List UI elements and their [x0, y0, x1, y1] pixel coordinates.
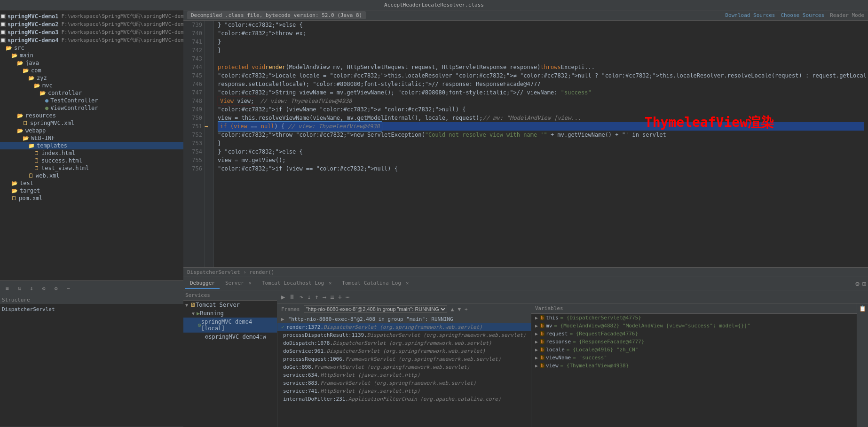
- structure-icon[interactable]: ≡: [2, 283, 12, 294]
- resume-icon[interactable]: ▶: [281, 293, 285, 301]
- line-number: 747: [185, 88, 202, 97]
- tab-close-server[interactable]: ✕: [246, 280, 252, 286]
- settings-gear-icon[interactable]: ⚙: [855, 280, 859, 287]
- frame-item-4[interactable]: processRequest:1006, FrameworkServlet (o…: [277, 355, 531, 363]
- tree-item-TestController[interactable]: ●TestController: [0, 97, 183, 104]
- var-expand-icon[interactable]: ▶: [535, 363, 538, 368]
- step-over-icon[interactable]: ↷: [299, 293, 303, 301]
- frame-nav-down[interactable]: ▼: [458, 306, 461, 312]
- tree-item-index.html[interactable]: 🗒index.html: [0, 149, 183, 157]
- var-value-text: = {ThymeleafView@4938}: [560, 363, 629, 369]
- code-editor: 7397407417427437447457467477487497507517…: [183, 21, 868, 267]
- layout-icon[interactable]: ⊞: [862, 280, 866, 287]
- tab-close-tomcat-catalina-log[interactable]: ✕: [403, 280, 409, 286]
- structure-item[interactable]: DispatcherServlet: [2, 306, 181, 313]
- frame-item-5[interactable]: doGet:898, FrameworkServlet (org.springf…: [277, 363, 531, 371]
- tree-item-test[interactable]: 📂test: [0, 179, 183, 187]
- var-type-icon: b: [540, 347, 544, 352]
- frame-item-3[interactable]: doService:961, DispatcherServlet (org.sp…: [277, 347, 531, 355]
- frame-item-6[interactable]: service:634, HttpServlet (javax.servlet.…: [277, 371, 531, 379]
- service-item-TomcatServer[interactable]: ▼🖥 Tomcat Server: [183, 301, 277, 309]
- var-item-6[interactable]: ▶ bview = {ThymeleafView@4938}: [531, 362, 857, 370]
- var-expand-icon[interactable]: ▶: [535, 347, 538, 352]
- tree-item-controller[interactable]: 📂controller: [0, 89, 183, 97]
- frame-item-7[interactable]: service:883, FrameworkServlet (org.sprin…: [277, 379, 531, 387]
- bottom-content: Services ▼🖥 Tomcat Server▼▶ Running⚙ spr…: [183, 290, 868, 427]
- tree-item-com[interactable]: 📂com: [0, 67, 183, 74]
- tree-item-web.xml[interactable]: 🗒web.xml: [0, 172, 183, 179]
- tree-item-springMVC-demo2[interactable]: 🔲springMVC-demo2F:\workspace\SpringMVC代码…: [0, 20, 183, 28]
- frame-add-icon[interactable]: +: [465, 306, 468, 312]
- sort-alpha-icon[interactable]: ⇅: [14, 283, 24, 294]
- frame-class-text: DispatcherServlet (org.springframework.w…: [333, 340, 492, 346]
- tab-tomcat-localhost-log[interactable]: Tomcat Localhost Log ✕: [257, 278, 337, 289]
- step-out-icon[interactable]: ↑: [315, 293, 318, 301]
- download-sources-link[interactable]: Download Sources: [725, 12, 775, 18]
- frame-nav-up[interactable]: ▲: [451, 306, 454, 312]
- sort-type-icon[interactable]: ↕: [26, 283, 37, 294]
- more-icon[interactable]: ⋯: [346, 293, 349, 301]
- tree-item-pom.xml[interactable]: 🗒pom.xml: [0, 194, 183, 202]
- service-item-Running[interactable]: ▼▶ Running: [183, 309, 277, 318]
- tab-close-tomcat-localhost-log[interactable]: ✕: [326, 280, 331, 286]
- var-item-0[interactable]: ▶ bthis = {DispatcherServlet@4775}: [531, 314, 857, 322]
- tree-item-springMVC.xml[interactable]: 🗒springMVC.xml: [0, 119, 183, 127]
- tree-item-springMVC-demo1[interactable]: 🔲springMVC-demo1F:\workspace\SpringMVC代码…: [0, 12, 183, 20]
- run-to-cursor-icon[interactable]: →: [323, 293, 326, 301]
- var-item-2[interactable]: ▶ brequest = {RequestFacade@4776}: [531, 330, 857, 338]
- frame-item-9[interactable]: internalDoFilter:231, ApplicationFilterC…: [277, 395, 531, 403]
- var-item-4[interactable]: ▶ blocale = {Locale@4916} "zh_CN": [531, 346, 857, 354]
- tree-item-zyz[interactable]: 📂zyz: [0, 74, 183, 82]
- tree-item-webapp[interactable]: 📂webapp: [0, 127, 183, 134]
- tree-item-mvc[interactable]: 📂mvc: [0, 82, 183, 89]
- reader-mode-button[interactable]: Reader Mode: [830, 12, 864, 18]
- filter-icon[interactable]: ⚙: [39, 283, 49, 294]
- variables-header: Variables: [531, 303, 857, 314]
- choose-sources-link[interactable]: Choose Sources: [781, 12, 824, 18]
- tree-item-main[interactable]: 📂main: [0, 52, 183, 59]
- frame-class-text: ApplicationFilterChain (org.apache.catal…: [348, 396, 501, 402]
- expand-icon[interactable]: ▼: [185, 303, 188, 308]
- frame-item-0[interactable]: ✓ render:1372, DispatcherServlet (org.sp…: [277, 323, 531, 331]
- tree-item-springMVC-demo3[interactable]: 🔲springMVC-demo3F:\workspace\SpringMVC代码…: [0, 28, 183, 36]
- tree-item-resources[interactable]: 📂resources: [0, 112, 183, 119]
- tree-item-success.html[interactable]: 🗒success.html: [0, 157, 183, 164]
- tree-item-target[interactable]: 📂target: [0, 187, 183, 194]
- var-expand-icon[interactable]: ▶: [535, 355, 538, 360]
- collapse-icon[interactable]: −: [63, 283, 73, 294]
- var-expand-icon[interactable]: ▶: [535, 315, 538, 320]
- tree-item-java[interactable]: 📂java: [0, 59, 183, 67]
- tree-item-templates[interactable]: 📁templates: [0, 142, 183, 149]
- tab-server[interactable]: Server ✕: [221, 278, 256, 289]
- var-item-3[interactable]: ▶ bresponse = {ResponseFacade@4777}: [531, 338, 857, 346]
- frame-item-2[interactable]: doDispatch:1078, DispatcherServlet (org.…: [277, 339, 531, 347]
- service-item-springMVC-demo4:w[interactable]: ⚙ springMVC-demo4:w: [183, 333, 277, 341]
- var-item-1[interactable]: ▶ bmv = {ModelAndView@4882} "ModelAndVie…: [531, 322, 857, 330]
- var-value-text: = {ModelAndView@4882} "ModelAndView [vie…: [554, 323, 750, 329]
- step-into-icon[interactable]: ↓: [307, 293, 311, 301]
- pause-icon[interactable]: ⏸: [289, 293, 295, 301]
- frame-item-1[interactable]: processDispatchResult:1139, DispatcherSe…: [277, 331, 531, 339]
- tree-label: java: [25, 60, 39, 66]
- tree-item-ViewController[interactable]: ●ViewController: [0, 104, 183, 112]
- var-key-text: viewName: [546, 355, 571, 361]
- tree-item-src[interactable]: 📂src: [0, 44, 183, 52]
- tab-debugger[interactable]: Debugger: [185, 278, 220, 289]
- dump-icon[interactable]: 📋: [859, 305, 866, 312]
- tree-item-springMVC-demo4[interactable]: 🔲springMVC-demo4F:\workspace\SpringMVC代码…: [0, 36, 183, 44]
- tree-item-WEB-INF[interactable]: 📂WEB-INF: [0, 134, 183, 142]
- evaluate-icon[interactable]: ≡: [330, 293, 334, 301]
- tab-tomcat-catalina-log[interactable]: Tomcat Catalina Log ✕: [337, 278, 413, 289]
- var-expand-icon[interactable]: ▶: [535, 331, 538, 336]
- var-item-5[interactable]: ▶ bviewName = "success": [531, 354, 857, 362]
- frame-item-8[interactable]: service:741, HttpServlet (javax.servlet.…: [277, 387, 531, 395]
- thread-selector[interactable]: "http-nio-8080-exec-8"@2,408 in group "m…: [304, 305, 447, 313]
- var-key-text: locale: [546, 347, 565, 353]
- watch-icon[interactable]: +: [338, 293, 342, 301]
- service-item-springMVC-demo4[local][interactable]: ⚙ springMVC-demo4 [local]: [183, 318, 277, 333]
- expand-icon[interactable]: ▼: [192, 311, 195, 316]
- settings-icon[interactable]: ⚙: [51, 283, 61, 294]
- var-expand-icon[interactable]: ▶: [535, 323, 538, 328]
- tree-item-test_view.html[interactable]: 🗒test_view.html: [0, 164, 183, 172]
- var-expand-icon[interactable]: ▶: [535, 339, 538, 344]
